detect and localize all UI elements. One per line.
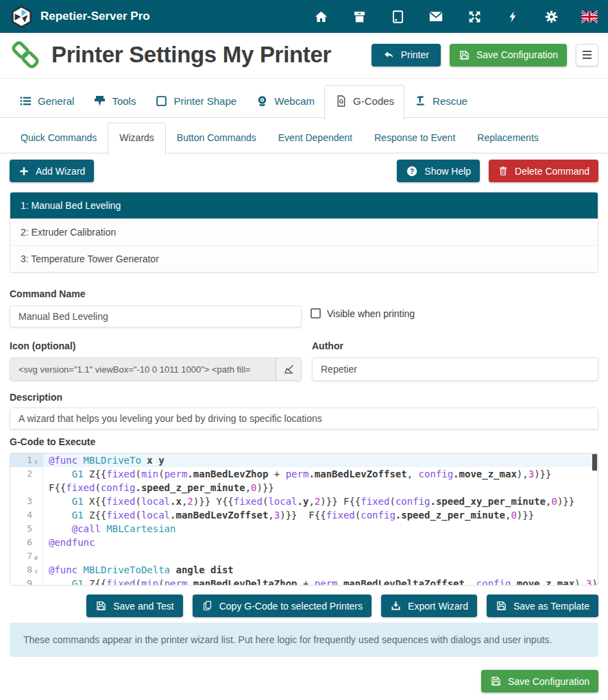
command-name-input[interactable]: Manual Bed Leveling: [10, 305, 302, 327]
tablet-icon[interactable]: [389, 8, 406, 25]
printer-box-icon[interactable]: [351, 8, 367, 25]
editor-code-line: [43, 549, 49, 563]
editor-scrollbar-thumb[interactable]: [592, 454, 597, 471]
brand-title: Repetier-Server Pro: [40, 10, 150, 23]
language-flag-icon[interactable]: [581, 8, 598, 25]
save-icon: [490, 675, 502, 687]
editor-code-line: @endfunc: [43, 536, 95, 549]
editor-row[interactable]: 5 @call MBLCartesian: [10, 522, 598, 536]
bolt-icon[interactable]: [504, 8, 521, 25]
editor-row[interactable]: 3 G1 X{{fixed(local.x,2)}} Y{{fixed(loca…: [10, 495, 598, 508]
editor-code-line: G1 X{{fixed(local.x,2)}} Y{{fixed(local.…: [43, 495, 574, 508]
home-icon[interactable]: [313, 8, 329, 25]
description-label: Description: [10, 392, 598, 403]
editor-gutter-cell: 6: [10, 536, 43, 549]
editor-gutter-cell: 9: [10, 577, 43, 586]
copy-icon: [202, 600, 213, 612]
save-and-test-button[interactable]: Save and Test: [86, 595, 182, 617]
svg-text:G: G: [339, 98, 344, 105]
icon-input[interactable]: <svg version="1.1" viewBox="-10 0 1011 1…: [10, 358, 276, 380]
save-as-template-button[interactable]: Save as Template: [487, 595, 598, 617]
visible-when-printing-checkbox[interactable]: Visible when printing: [311, 308, 415, 319]
tab-button-commands[interactable]: Button Commands: [166, 123, 267, 153]
tab-tools[interactable]: Tools: [84, 86, 145, 117]
editor-gutter-cell: 7ø: [10, 549, 43, 563]
save-icon: [95, 600, 107, 612]
copy-gcode-button[interactable]: Copy G-Code to selected Printers: [193, 595, 372, 617]
download-icon: [390, 600, 402, 612]
printer-button[interactable]: Printer: [372, 44, 441, 66]
page-title: Printer Settings My Printer: [51, 42, 331, 68]
author-input[interactable]: Repetier: [312, 358, 598, 381]
top-navbar: Repetier-Server Pro: [0, 0, 608, 33]
add-wizard-button[interactable]: Add Wizard: [10, 160, 94, 182]
tab-event-dependent[interactable]: Event Dependent: [267, 123, 363, 153]
wizard-actions: Save and Test Copy G-Code to selected Pr…: [10, 595, 598, 617]
editor-gutter-cell: 8v: [10, 563, 43, 577]
tab-wizards[interactable]: Wizards: [108, 123, 166, 155]
command-name-label: Command Name: [10, 288, 598, 299]
svg-text:?: ?: [410, 166, 414, 175]
tab-general[interactable]: General: [10, 86, 84, 117]
export-wizard-button[interactable]: Export Wizard: [381, 595, 477, 617]
delete-command-button[interactable]: Delete Command: [489, 160, 598, 182]
editor-gutter-cell: 5: [10, 522, 43, 536]
tab-response-to-event[interactable]: Response to Event: [363, 123, 466, 153]
wizard-list-item-2[interactable]: 2: Extruder Calibration: [10, 218, 598, 245]
editor-row[interactable]: 7ø: [10, 549, 598, 563]
editor-gutter-cell: 4: [10, 508, 43, 522]
save-icon: [459, 49, 470, 61]
page-header: Printer Settings My Printer Printer Save…: [0, 33, 608, 79]
fullscreen-icon[interactable]: [466, 8, 483, 25]
editor-row[interactable]: 4 G1 Z{{fixed(local.manBedLevZoffset,3)}…: [10, 508, 598, 522]
wizard-list: 1: Manual Bed Leveling 2: Extruder Calib…: [10, 192, 598, 273]
editor-gutter-cell: [10, 481, 43, 495]
secondary-tabs: Quick Commands Wizards Button Commands E…: [0, 118, 608, 153]
gcode-label: G-Code to Execute: [10, 436, 598, 447]
info-box: These commands appear in the printer wiz…: [10, 623, 598, 657]
tab-quick-commands[interactable]: Quick Commands: [10, 123, 108, 153]
rescue-icon: [414, 95, 427, 108]
editor-row[interactable]: 2 G1 Z{{fixed(min(perm.manBedLevZhop + p…: [10, 467, 598, 481]
repetier-logo-icon: [10, 5, 33, 28]
editor-row[interactable]: 8v@func MBLDriveToDelta angle dist: [10, 563, 598, 577]
wizard-list-item-1[interactable]: 1: Manual Bed Leveling: [10, 192, 598, 218]
link-icon: [10, 39, 41, 71]
tab-replacements[interactable]: Replacements: [466, 123, 550, 153]
editor-code-line: @func MBLDriveTo x y: [43, 453, 165, 467]
edit-icon-button[interactable]: [276, 358, 301, 380]
gcode-file-icon: G: [335, 95, 348, 108]
list-icon: [19, 95, 32, 108]
editor-rows: 1v@func MBLDriveTo x y2 G1 Z{{fixed(min(…: [10, 453, 598, 586]
mail-icon[interactable]: [428, 8, 444, 25]
editor-row[interactable]: 9 G1 Z{{fixed(min(perm.manBedLevDeltaZho…: [10, 577, 598, 586]
webcam-icon: [256, 95, 269, 108]
extruder-icon: [93, 95, 106, 108]
question-icon: ?: [406, 165, 418, 177]
save-configuration-button[interactable]: Save Configuration: [450, 44, 567, 66]
gcode-editor[interactable]: 1v@func MBLDriveTo x y2 G1 Z{{fixed(min(…: [10, 453, 598, 586]
editor-row[interactable]: 6@endfunc: [10, 536, 598, 549]
checkbox-box[interactable]: [311, 308, 321, 318]
editor-code-line: @call MBLCartesian: [43, 522, 175, 536]
tab-rescue[interactable]: Rescue: [404, 86, 477, 117]
description-input[interactable]: A wizard that helps you leveling your be…: [10, 408, 598, 429]
menu-button[interactable]: [576, 44, 598, 66]
tab-webcam[interactable]: Webcam: [246, 86, 324, 117]
tab-printer-shape[interactable]: Printer Shape: [145, 86, 246, 117]
brand[interactable]: Repetier-Server Pro: [10, 5, 150, 28]
plus-icon: [19, 166, 29, 177]
editor-row[interactable]: F{{fixed(config.speed_z_per_minute,0)}}: [10, 481, 598, 495]
editor-gutter-cell: 3: [10, 495, 43, 508]
show-help-button[interactable]: ? Show Help: [397, 160, 480, 182]
wizard-list-item-3[interactable]: 3: Temperature Tower Generator: [10, 245, 598, 272]
icon-label: Icon (optional): [10, 340, 302, 351]
editor-code-line: G1 Z{{fixed(min(perm.manBedLevZhop + per…: [43, 467, 551, 481]
tab-g-codes[interactable]: G G-Codes: [324, 85, 404, 120]
wizard-toolbar: Add Wizard ? Show Help Delete Command: [10, 160, 598, 182]
editor-row[interactable]: 1v@func MBLDriveTo x y: [10, 453, 598, 467]
editor-gutter-cell: 1v: [10, 453, 43, 467]
gear-icon[interactable]: [543, 8, 559, 25]
footer-save-configuration-button[interactable]: Save Configuration: [481, 670, 598, 692]
author-label: Author: [312, 340, 598, 351]
